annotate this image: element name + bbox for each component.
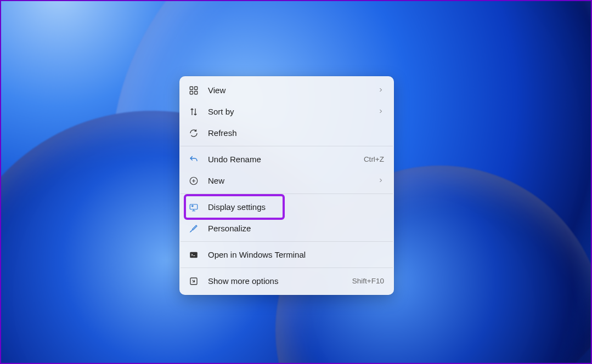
menu-item-label: Sort by	[208, 107, 377, 116]
grid-icon	[188, 85, 199, 96]
menu-item-label: Display settings	[208, 202, 384, 212]
desktop-context-menu: View Sort by Refresh Undo Rename Ctrl+Z …	[179, 76, 394, 295]
chevron-right-icon	[377, 86, 384, 95]
menu-item-show-more-options[interactable]: Show more options Shift+F10	[179, 270, 394, 292]
svg-point-6	[191, 205, 193, 207]
chevron-right-icon	[377, 176, 384, 185]
svg-rect-7	[190, 252, 198, 258]
menu-item-sort-by[interactable]: Sort by	[179, 101, 394, 122]
svg-rect-2	[190, 91, 193, 94]
menu-separator	[181, 268, 393, 268]
display-icon	[188, 202, 199, 213]
menu-item-personalize[interactable]: Personalize	[179, 218, 394, 239]
menu-item-label: Show more options	[208, 276, 352, 286]
svg-rect-1	[195, 87, 198, 89]
chevron-right-icon	[377, 107, 384, 116]
menu-item-shortcut: Shift+F10	[352, 277, 384, 285]
menu-separator	[181, 194, 393, 194]
refresh-icon	[188, 128, 199, 139]
menu-separator	[181, 146, 393, 146]
menu-separator	[181, 241, 393, 242]
sort-icon	[188, 106, 199, 117]
menu-item-shortcut: Ctrl+Z	[364, 155, 384, 163]
menu-item-label: New	[208, 176, 377, 185]
undo-icon	[188, 154, 199, 165]
menu-item-label: Undo Rename	[208, 155, 364, 164]
menu-item-new[interactable]: New	[179, 170, 394, 191]
plus-icon	[188, 175, 199, 186]
menu-item-display-settings[interactable]: Display settings	[179, 196, 394, 218]
menu-item-label: Refresh	[208, 128, 384, 138]
menu-item-label: Personalize	[208, 224, 384, 233]
expand-icon	[188, 276, 199, 287]
menu-item-label: Open in Windows Terminal	[208, 250, 384, 259]
svg-rect-3	[195, 91, 198, 94]
menu-item-view[interactable]: View	[179, 79, 394, 101]
menu-item-label: View	[208, 86, 377, 95]
menu-item-refresh[interactable]: Refresh	[179, 122, 394, 144]
brush-icon	[188, 223, 199, 234]
terminal-icon	[188, 249, 199, 260]
menu-item-open-terminal[interactable]: Open in Windows Terminal	[179, 244, 394, 265]
svg-rect-5	[190, 204, 198, 209]
menu-item-undo-rename[interactable]: Undo Rename Ctrl+Z	[179, 149, 394, 170]
svg-rect-0	[190, 87, 193, 89]
